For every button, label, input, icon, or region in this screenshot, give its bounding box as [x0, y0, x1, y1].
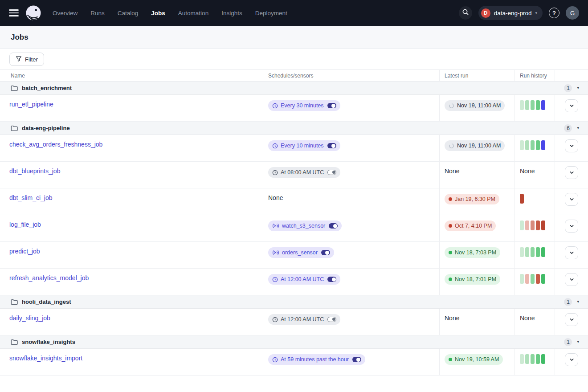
expand-button[interactable] [565, 193, 578, 206]
schedule-pill[interactable]: At 59 minutes past the hour [268, 354, 365, 365]
expand-button[interactable] [565, 99, 578, 112]
filter-button[interactable]: Filter [9, 53, 44, 66]
nav-item-jobs[interactable]: Jobs [151, 10, 165, 16]
clock-icon [272, 317, 278, 323]
job-name-link[interactable]: dbt_blueprints_job [9, 167, 60, 175]
schedule-pill[interactable]: At 12:00 AM UTC [268, 314, 340, 325]
run-history-bar[interactable] [525, 274, 529, 284]
run-history-bar[interactable] [536, 140, 540, 150]
run-history-bar[interactable] [520, 100, 524, 110]
run-history-bar[interactable] [525, 140, 529, 150]
schedule-toggle[interactable] [329, 223, 338, 229]
help-icon[interactable]: ? [549, 8, 559, 18]
caret-down-icon[interactable]: ▾ [577, 300, 579, 304]
run-history-bar[interactable] [531, 220, 535, 230]
run-history-bar[interactable] [541, 354, 545, 364]
schedule-pill[interactable]: At 12:00 AM UTC [268, 274, 340, 285]
schedule-pill[interactable]: Every 10 minutes [268, 140, 340, 151]
caret-down-icon[interactable]: ▾ [577, 340, 579, 344]
sensor-pill[interactable]: orders_sensor [268, 247, 334, 258]
schedule-toggle[interactable] [352, 357, 361, 362]
job-name-link[interactable]: log_file_job [9, 221, 41, 228]
run-history-bar[interactable] [536, 100, 540, 110]
schedule-pill[interactable]: At 08:00 AM UTC [268, 167, 340, 178]
run-history-bar[interactable] [531, 247, 535, 257]
group-row[interactable]: batch_enrichment1▾ [0, 82, 588, 95]
expand-button[interactable] [565, 220, 578, 233]
expand-button[interactable] [565, 166, 578, 179]
environment-switcher[interactable]: D data-eng-prod ▾ [478, 6, 543, 20]
schedule-toggle[interactable] [327, 277, 336, 282]
run-history-bar[interactable] [520, 247, 524, 257]
run-history-bar[interactable] [520, 194, 524, 204]
run-history-bar[interactable] [531, 140, 535, 150]
job-name-link[interactable]: dbt_slim_ci_job [9, 194, 53, 201]
run-history-bar[interactable] [525, 247, 529, 257]
caret-down-icon[interactable]: ▾ [577, 86, 579, 90]
job-row: snowflake_insights_importAt 59 minutes p… [0, 349, 588, 376]
nav-item-overview[interactable]: Overview [53, 10, 78, 16]
run-history-bar[interactable] [541, 247, 545, 257]
nav-item-automation[interactable]: Automation [178, 10, 208, 16]
run-history-bar[interactable] [536, 354, 540, 364]
expand-button[interactable] [565, 273, 578, 286]
run-history-bar[interactable] [541, 274, 545, 284]
job-name-link[interactable]: predict_job [9, 248, 40, 255]
schedule-toggle[interactable] [327, 143, 336, 148]
sensor-pill[interactable]: watch_s3_sensor [268, 220, 342, 231]
run-history-bar[interactable] [520, 354, 524, 364]
run-history-bar[interactable] [541, 140, 545, 150]
job-name-link[interactable]: run_etl_pipeline [9, 101, 53, 108]
latest-run-pill[interactable]: Jan 19, 6:30 PM [445, 194, 499, 204]
expand-button[interactable] [565, 353, 578, 366]
job-name-link[interactable]: check_avg_orders_freshness_job [9, 141, 102, 148]
schedule-toggle[interactable] [327, 317, 336, 322]
run-history-bar[interactable] [536, 274, 540, 284]
schedule-toggle[interactable] [327, 103, 336, 108]
run-history-bar[interactable] [541, 220, 545, 230]
run-history-bar[interactable] [536, 247, 540, 257]
run-history-bar[interactable] [520, 274, 524, 284]
job-name-link[interactable]: refresh_analytics_model_job [9, 274, 89, 282]
run-history-bar[interactable] [525, 220, 529, 230]
nav-item-runs[interactable]: Runs [90, 10, 105, 16]
expand-button[interactable] [565, 139, 578, 152]
job-name-link[interactable]: snowflake_insights_import [9, 355, 82, 362]
avatar[interactable]: G [566, 6, 579, 20]
run-history-bar[interactable] [541, 100, 545, 110]
run-history-bar[interactable] [531, 274, 535, 284]
latest-run-pill[interactable]: Nov 18, 7:01 PM [445, 274, 500, 285]
run-history-bar[interactable] [531, 354, 535, 364]
job-name-link[interactable]: daily_sling_job [9, 314, 50, 322]
run-history-bar[interactable] [531, 100, 535, 110]
expand-button[interactable] [565, 313, 578, 326]
hamburger-menu-icon[interactable] [9, 9, 19, 16]
group-row[interactable]: snowflake_insights1▾ [0, 335, 588, 349]
column-header-schedules: Schedules/sensors [263, 70, 439, 81]
latest-run-pill[interactable]: Nov 19, 10:59 AM [445, 354, 503, 365]
expand-button[interactable] [565, 246, 578, 259]
latest-run-pill[interactable]: Nov 18, 7:03 PM [445, 247, 500, 258]
latest-run-pill[interactable]: Nov 19, 11:00 AM [445, 140, 505, 151]
caret-down-icon[interactable]: ▾ [577, 126, 579, 130]
clock-icon [272, 103, 278, 109]
run-history-bar[interactable] [525, 354, 529, 364]
run-history-bar[interactable] [520, 220, 524, 230]
schedule-pill[interactable]: Every 30 minutes [268, 100, 340, 111]
nav-item-insights[interactable]: Insights [221, 10, 242, 16]
schedule-toggle[interactable] [327, 170, 336, 175]
group-row[interactable]: data-eng-pipeline6▾ [0, 122, 588, 135]
schedule-toggle[interactable] [321, 250, 330, 255]
dagster-logo-icon[interactable] [25, 4, 42, 21]
run-history-bar[interactable] [536, 220, 540, 230]
run-history-bar[interactable] [525, 100, 529, 110]
group-row[interactable]: hooli_data_ingest1▾ [0, 295, 588, 309]
run-history-bar[interactable] [520, 140, 524, 150]
latest-run-pill[interactable]: Oct 7, 4:10 PM [445, 220, 496, 231]
schedule-label: At 59 minutes past the hour [281, 356, 349, 363]
latest-run-pill[interactable]: Nov 19, 11:00 AM [445, 100, 505, 111]
jobs-page: OverviewRunsCatalogJobsAutomationInsight… [0, 0, 588, 392]
nav-item-deployment[interactable]: Deployment [255, 10, 287, 16]
search-button[interactable] [459, 6, 472, 20]
nav-item-catalog[interactable]: Catalog [118, 10, 139, 16]
